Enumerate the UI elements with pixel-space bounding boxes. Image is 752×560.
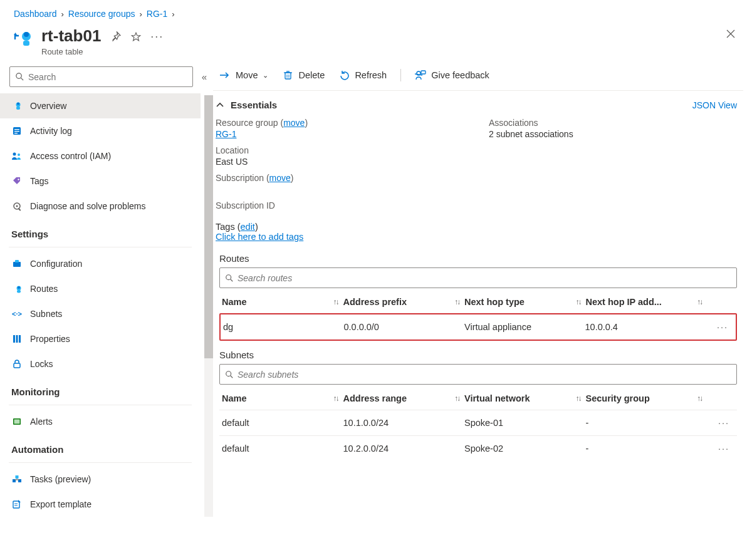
rg-move-link[interactable]: move	[283, 118, 305, 128]
subnet-row[interactable]: default 10.1.0.0/24 Spoke-01 - ···	[219, 410, 737, 435]
essentials-toggle[interactable]	[214, 101, 226, 110]
routes-col-prefix[interactable]: Address prefix↑↓	[343, 297, 465, 307]
delete-button[interactable]: Delete	[282, 70, 325, 81]
tags-add-link[interactable]: Click here to add tags	[216, 232, 303, 242]
svg-point-22	[18, 286, 20, 289]
svg-rect-10	[14, 129, 19, 130]
nav-routes-label: Routes	[30, 284, 58, 294]
configuration-icon	[11, 258, 23, 269]
route-table-icon	[13, 26, 35, 49]
nav-configuration[interactable]: Configuration	[0, 251, 201, 276]
route-name: dg	[223, 322, 344, 332]
nav-section-settings: Settings	[0, 219, 201, 243]
more-icon: ···	[717, 322, 728, 332]
subnet-vnet: Spoke-01	[464, 418, 586, 428]
more-icon: ···	[718, 418, 729, 428]
routes-col-hoptype[interactable]: Next hop type↑↓	[464, 297, 586, 307]
delete-icon	[282, 70, 293, 81]
svg-rect-30	[14, 420, 20, 424]
associations-value: 2 subnet associations	[489, 129, 737, 139]
svg-rect-28	[14, 363, 20, 368]
search-icon	[15, 72, 24, 81]
nav-tags[interactable]: Tags	[0, 169, 201, 194]
search-icon	[225, 370, 234, 379]
breadcrumb-resource-groups[interactable]: Resource groups	[68, 9, 135, 19]
nav-iam[interactable]: Access control (IAM)	[0, 143, 201, 169]
nav-diagnose[interactable]: Diagnose and solve problems	[0, 194, 201, 219]
nav-subnets[interactable]: <·> Subnets	[0, 301, 201, 326]
nav-activity-log[interactable]: Activity log	[0, 118, 201, 143]
subnet-name: default	[222, 443, 343, 454]
subnets-icon: <·>	[11, 308, 23, 319]
more-icon[interactable]: ···	[150, 30, 164, 43]
breadcrumb-dashboard[interactable]: Dashboard	[14, 9, 57, 19]
svg-rect-27	[19, 335, 21, 343]
toolbar-separator	[400, 69, 401, 81]
nav-properties[interactable]: Properties	[0, 326, 201, 351]
nav-section-monitoring: Monitoring	[0, 376, 201, 401]
subnets-filter-input[interactable]	[238, 370, 731, 380]
refresh-label: Refresh	[355, 70, 387, 80]
refresh-button[interactable]: Refresh	[338, 70, 387, 81]
nav-section-automation: Automation	[0, 434, 201, 459]
pin-icon[interactable]	[111, 30, 122, 43]
routes-col-hopip[interactable]: Next hop IP add...↑↓	[586, 297, 708, 307]
breadcrumb-rg1[interactable]: RG-1	[147, 9, 167, 19]
subnets-col-vnet[interactable]: Virtual network↑↓	[464, 393, 586, 403]
subnet-row-actions[interactable]: ···	[707, 418, 734, 428]
divider	[9, 462, 192, 463]
subnet-row[interactable]: default 10.2.0.0/24 Spoke-02 - ···	[219, 435, 737, 461]
subnets-col-nsg[interactable]: Security group↑↓	[586, 393, 708, 403]
svg-rect-40	[285, 73, 291, 79]
feedback-button[interactable]: Give feedback	[415, 70, 489, 81]
route-row-actions[interactable]: ···	[706, 322, 733, 332]
sidebar-search[interactable]	[9, 66, 193, 87]
subscription-move-link[interactable]: move	[269, 173, 291, 183]
routes-filter-input[interactable]	[238, 273, 731, 283]
svg-point-13	[13, 153, 16, 156]
nav-export-template[interactable]: Export template	[0, 492, 201, 517]
json-view-link[interactable]: JSON View	[692, 100, 737, 110]
route-prefix: 0.0.0.0/0	[344, 322, 465, 332]
tags-edit-link[interactable]: edit	[241, 222, 255, 232]
route-hopip: 10.0.0.4	[585, 322, 706, 332]
rg-value-link[interactable]: RG-1	[216, 129, 236, 139]
subnet-nsg: -	[586, 443, 708, 454]
routes-icon	[11, 283, 23, 294]
sidebar-search-input[interactable]	[28, 72, 187, 82]
subnets-section-title: Subnets	[213, 341, 743, 364]
sort-icon: ↑↓	[697, 394, 702, 403]
routes-col-name[interactable]: Name↑↓	[222, 297, 343, 307]
nav-activity-log-label: Activity log	[30, 126, 72, 136]
feedback-icon	[415, 70, 426, 81]
subnets-filter[interactable]	[219, 364, 737, 385]
move-button[interactable]: Move ⌄	[219, 70, 268, 81]
subscription-label: Subscription (move)	[216, 173, 464, 183]
tasks-icon	[11, 474, 23, 485]
properties-icon	[11, 333, 23, 345]
subnets-col-name[interactable]: Name↑↓	[222, 393, 343, 403]
subnet-row-actions[interactable]: ···	[707, 443, 734, 454]
sidebar-scrollbar[interactable]	[204, 95, 213, 517]
nav-overview[interactable]: Overview	[0, 93, 201, 118]
route-row[interactable]: dg 0.0.0.0/0 Virtual appliance 10.0.0.4 …	[219, 313, 737, 341]
nav-routes[interactable]: Routes	[0, 276, 201, 301]
svg-point-50	[226, 371, 231, 376]
nav-alerts[interactable]: Alerts	[0, 409, 201, 434]
svg-point-15	[18, 179, 19, 180]
routes-filter[interactable]	[219, 267, 737, 288]
collapse-sidebar-icon[interactable]: «	[202, 71, 207, 82]
nav-locks[interactable]: Locks	[0, 351, 201, 376]
svg-rect-11	[14, 131, 19, 132]
chevron-down-icon: ⌄	[263, 71, 268, 80]
star-icon[interactable]	[130, 30, 142, 43]
svg-rect-46	[421, 71, 426, 74]
nav-tasks[interactable]: Tasks (preview)	[0, 467, 201, 492]
tags-icon	[11, 175, 23, 187]
svg-rect-20	[15, 260, 19, 262]
chevron-right-icon: ›	[172, 9, 174, 19]
close-icon[interactable]	[723, 26, 738, 41]
subnets-col-range[interactable]: Address range↑↓	[343, 393, 465, 403]
sort-icon: ↑↓	[697, 298, 702, 306]
nav-diagnose-label: Diagnose and solve problems	[30, 201, 145, 211]
